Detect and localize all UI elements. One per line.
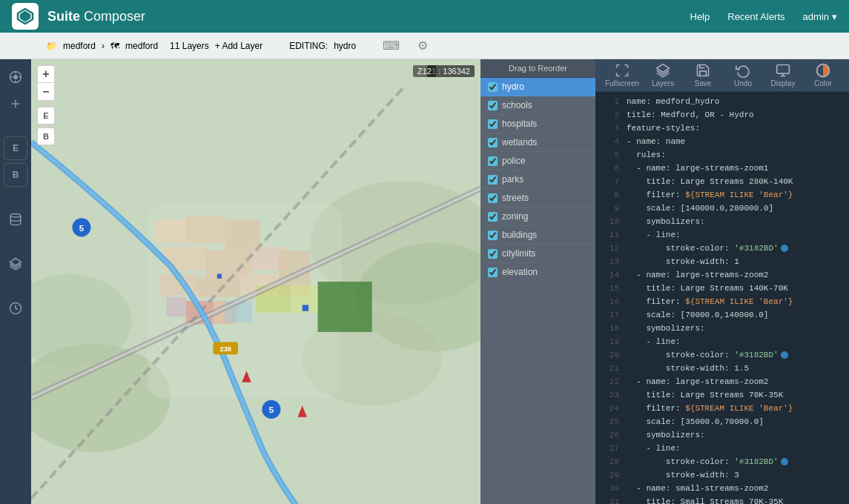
code-line-20[interactable]: 20 stroke-color: '#3182BD' — [595, 348, 849, 362]
code-line-21[interactable]: 21 stroke-width: 1.5 — [595, 362, 849, 375]
layer-checkbox-citylimits[interactable] — [488, 249, 498, 259]
color-label: Color — [814, 79, 832, 87]
code-line-25[interactable]: 25 scale: [35000.0,70000.0] — [595, 415, 849, 428]
zoom-out-button[interactable]: − — [37, 83, 55, 101]
layer-item-elevation[interactable]: elevation — [480, 263, 595, 282]
code-line-26[interactable]: 26 symbolizers: — [595, 428, 849, 442]
admin-menu[interactable]: admin ▾ — [803, 11, 837, 22]
save-button[interactable]: Save — [684, 60, 721, 90]
svg-rect-18 — [225, 219, 260, 251]
display-button[interactable]: Display — [764, 60, 802, 90]
map-area[interactable]: 5 5 238 + − E B 1 : 136342 — [31, 59, 480, 504]
keyboard-icon[interactable]: ⌨ — [383, 39, 400, 53]
layer-item-buildings[interactable]: buildings — [480, 226, 595, 245]
layer-item-zoning[interactable]: zoning — [480, 208, 595, 226]
layer-checkbox-schools[interactable] — [488, 101, 498, 110]
layer-item-schools[interactable]: schools — [480, 96, 595, 115]
code-line-8[interactable]: 8 filter: ${STREAM ILIKE 'Bear'} — [595, 188, 849, 202]
code-line-22[interactable]: 22 - name: large-streams-zoom2 — [595, 375, 849, 388]
breadcrumb-map[interactable]: medford — [125, 41, 158, 51]
code-line-9[interactable]: 9 scale: [140000.0,280000.0] — [595, 202, 849, 215]
svg-rect-30 — [167, 297, 186, 316]
code-line-13[interactable]: 13 stroke-width: 1 — [595, 255, 849, 268]
breadcrumb-folder[interactable]: medford — [63, 41, 96, 51]
code-editor[interactable]: 1name: medford_hydro2title: Medford, OR … — [595, 92, 849, 504]
line-number: 29 — [601, 468, 619, 482]
code-line-11[interactable]: 11 - line: — [595, 228, 849, 242]
layer-checkbox-wetlands[interactable] — [488, 138, 498, 147]
app-logo[interactable] — [12, 3, 39, 30]
layer-item-hospitals[interactable]: hospitals — [480, 115, 595, 133]
code-line-4[interactable]: 4- name: name — [595, 135, 849, 148]
code-line-23[interactable]: 23 title: Large Streams 70K-35K — [595, 388, 849, 402]
line-content: stroke-width: 1 — [627, 255, 843, 268]
add-icon[interactable] — [4, 92, 27, 116]
layer-item-streets[interactable]: streets — [480, 189, 595, 208]
code-line-30[interactable]: 30 - name: small-streams-zoom2 — [595, 482, 849, 495]
code-line-27[interactable]: 27 - line: — [595, 442, 849, 455]
code-line-2[interactable]: 2title: Medford, OR - Hydro — [595, 108, 849, 122]
recent-alerts-link[interactable]: Recent Alerts — [727, 11, 784, 22]
layer-checkbox-parks[interactable] — [488, 175, 498, 185]
code-line-14[interactable]: 14 - name: large-streams-zoom2 — [595, 268, 849, 282]
line-number: 18 — [601, 322, 619, 335]
layer-checkbox-streets[interactable] — [488, 193, 498, 203]
layer-item-hydro[interactable]: hydro — [480, 78, 595, 96]
code-line-1[interactable]: 1name: medford_hydro — [595, 95, 849, 108]
database-icon[interactable] — [4, 208, 27, 231]
layer-checkbox-police[interactable] — [488, 156, 498, 166]
edit-e-icon[interactable]: E — [4, 136, 27, 160]
layer-item-wetlands[interactable]: wetlands — [480, 133, 595, 152]
content-area: 📁 medford › 🗺 medford 11 Layers + Add La… — [0, 33, 849, 504]
add-layer-button[interactable]: + Add Layer — [215, 41, 262, 51]
help-link[interactable]: Help — [690, 11, 710, 22]
code-line-18[interactable]: 18 symbolizers: — [595, 322, 849, 335]
navigate-e-button[interactable]: E — [37, 107, 55, 125]
line-number: 8 — [601, 188, 619, 202]
layer-checkbox-buildings[interactable] — [488, 231, 498, 240]
line-number: 16 — [601, 295, 619, 308]
code-line-3[interactable]: 3feature-styles: — [595, 122, 849, 135]
code-line-10[interactable]: 10 symbolizers: — [595, 215, 849, 228]
layer-checkbox-hydro[interactable] — [488, 82, 498, 92]
code-line-12[interactable]: 12 stroke-color: '#3182BD' — [595, 242, 849, 255]
line-content: symbolizers: — [627, 322, 843, 335]
layers-button[interactable]: Layers — [644, 60, 681, 90]
line-content: symbolizers: — [627, 428, 843, 442]
settings-icon[interactable]: ⚙ — [417, 39, 428, 53]
code-line-29[interactable]: 29 stroke-width: 3 — [595, 468, 849, 482]
color-button[interactable]: Color — [805, 60, 842, 90]
code-line-6[interactable]: 6 - name: large-streams-zoom1 — [595, 162, 849, 175]
layer-checkbox-hospitals[interactable] — [488, 119, 498, 129]
undo-button[interactable]: Undo — [724, 60, 762, 90]
zoom-in-button[interactable]: + — [37, 65, 55, 83]
layer-checkbox-elevation[interactable] — [488, 268, 498, 277]
code-line-16[interactable]: 16 filter: ${STREAM ILIKE 'Bear'} — [595, 295, 849, 308]
svg-point-6 — [10, 214, 21, 218]
layers-sidebar-icon[interactable] — [4, 252, 27, 276]
display-label: Display — [771, 79, 796, 87]
edit-b-icon[interactable]: B — [4, 163, 27, 187]
code-line-15[interactable]: 15 title: Large Streams 140K-70K — [595, 282, 849, 295]
code-line-28[interactable]: 28 stroke-color: '#3182BD' — [595, 455, 849, 468]
compass-icon[interactable] — [4, 65, 27, 89]
clock-icon[interactable] — [4, 296, 27, 320]
line-number: 7 — [601, 175, 619, 188]
line-number: 22 — [601, 375, 619, 388]
code-line-31[interactable]: 31 title: Small Streams 70K-35K — [595, 495, 849, 504]
code-line-24[interactable]: 24 filter: ${STREAM ILIKE 'Bear'} — [595, 402, 849, 415]
navigate-b-button[interactable]: B — [37, 127, 55, 145]
code-line-5[interactable]: 5 rules: — [595, 148, 849, 162]
line-content: scale: [70000.0,140000.0] — [627, 308, 843, 322]
layer-item-citylimits[interactable]: citylimits — [480, 245, 595, 263]
code-line-19[interactable]: 19 - line: — [595, 335, 849, 348]
code-line-17[interactable]: 17 scale: [70000.0,140000.0] — [595, 308, 849, 322]
fullscreen-button[interactable]: Fullscreen — [603, 60, 641, 90]
layer-label-police: police — [502, 156, 525, 166]
layer-item-police[interactable]: police — [480, 152, 595, 170]
code-line-7[interactable]: 7 title: Large Streams 280K-140K — [595, 175, 849, 188]
layer-item-parks[interactable]: parks — [480, 170, 595, 189]
left-sidebar: E B — [0, 59, 31, 504]
line-content: scale: [35000.0,70000.0] — [627, 415, 843, 428]
layer-checkbox-zoning[interactable] — [488, 212, 498, 222]
